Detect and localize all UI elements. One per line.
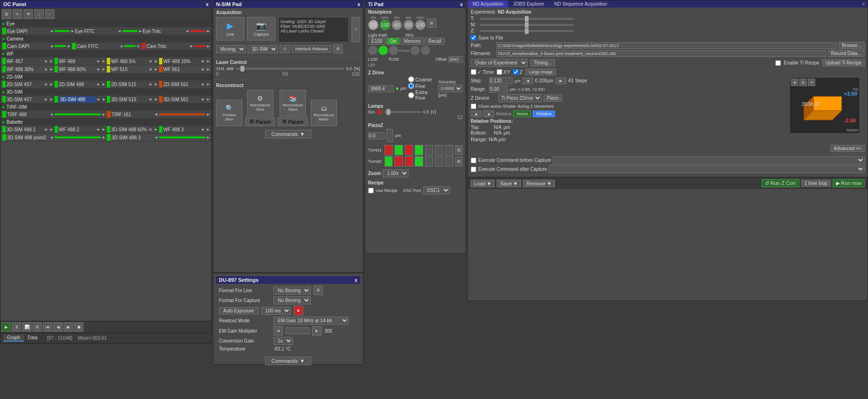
ch-arrow-left2[interactable]: ◄ [117, 29, 121, 33]
extrafine-radio[interactable] [408, 92, 414, 98]
tb-up-btn[interactable]: ↑ [45, 9, 55, 19]
save-to-file-checkbox[interactable] [471, 35, 476, 40]
wf-section-header[interactable]: ■ WF [0, 50, 211, 57]
piezo-btn[interactable]: Piezo [544, 95, 562, 102]
t2-btn5[interactable] [425, 156, 433, 167]
reconstruct-slice-button[interactable]: ⚙ ReconstructSlice [247, 90, 273, 116]
ch-arrow-right[interactable]: ► [71, 29, 75, 33]
oc-panel-close[interactable]: x [206, 2, 209, 7]
one-time-button[interactable]: 1 time loop [801, 180, 831, 187]
interlock-btn[interactable]: Interlock Release [292, 45, 331, 53]
stop-btn[interactable]: ⏹ [74, 322, 83, 332]
exec-before-checkbox[interactable] [471, 158, 476, 163]
z-checkbox[interactable] [513, 69, 519, 75]
eye-section-header[interactable]: ■ Eye [0, 20, 211, 27]
settings-btn[interactable]: ⚙ [32, 322, 42, 332]
t1-extra[interactable]: ⊞ [455, 145, 463, 155]
fine-radio[interactable] [408, 83, 414, 89]
exposure-reset-btn[interactable]: ■ [294, 306, 303, 315]
browse-button[interactable]: Browse... [838, 42, 865, 49]
du897-commands-button[interactable]: Commands ▼ [265, 357, 311, 365]
nsim-close[interactable]: x [357, 2, 360, 7]
timing-button[interactable]: Timing... [530, 59, 555, 66]
nose-extra-btn[interactable]: ⊞ [427, 18, 436, 28]
commands-button[interactable]: Commands ▼ [265, 130, 311, 138]
step-minus[interactable]: ◄ [522, 78, 533, 84]
step-plus[interactable]: ► [555, 78, 566, 84]
cube-tb3[interactable]: ↺ [808, 79, 815, 86]
t1-btn2[interactable] [394, 145, 402, 155]
lp-e100-btn[interactable]: E100 [368, 38, 386, 45]
t1-btn4[interactable] [415, 145, 423, 155]
record-data-button[interactable]: Record Data... [828, 50, 865, 57]
conv-gain-select[interactable]: 1x [273, 337, 293, 345]
sim3d-header[interactable]: ■ 3D-SIM [0, 88, 211, 96]
t2-btn4[interactable] [415, 156, 423, 167]
laser-slider[interactable] [235, 68, 344, 70]
zdevice-select[interactable]: Ti Piezo ZDrive [498, 94, 542, 102]
t2-extra[interactable]: ⊞ [455, 157, 463, 166]
top-arrow-btn[interactable]: ▲ [471, 111, 482, 117]
sim-mode-select[interactable]: 3D-SIM [248, 45, 278, 53]
chart-btn[interactable]: 📊 [22, 322, 32, 332]
auto-exposure-button[interactable]: Auto Exposure [219, 307, 258, 314]
camera-section-header[interactable]: ■ Camera [0, 35, 211, 42]
dsc-select[interactable]: DSC1 [423, 186, 450, 194]
z-slider[interactable] [480, 30, 574, 32]
reconstruct-batch-button[interactable]: 🗂 ReconstructBatch [311, 100, 337, 126]
nd-close[interactable]: x [860, 0, 868, 8]
nd-tab-jobs[interactable]: JOBS Explorer [508, 0, 549, 8]
capture-button[interactable]: 📷 Capture [247, 17, 275, 40]
t2-btn2[interactable] [394, 156, 402, 167]
t-slider[interactable] [480, 18, 574, 20]
exec-before-select[interactable] [553, 156, 865, 164]
close-shutter-checkbox[interactable] [471, 104, 476, 109]
offset-input[interactable] [449, 56, 463, 63]
accuracy-select[interactable]: 0.0000 [438, 85, 463, 92]
t2-btn7[interactable] [445, 156, 453, 167]
readout-select[interactable]: EM Gain 10 MHz at 14-bit [273, 317, 349, 325]
babette-header[interactable]: ■ Babette [0, 119, 211, 126]
cube-tb2[interactable]: ⊟ [799, 79, 807, 86]
fwd-btn[interactable]: ▶ [64, 322, 73, 332]
exec-after-select[interactable] [549, 165, 865, 173]
live-button[interactable]: ▶ Live [216, 17, 244, 40]
tb-grid-btn[interactable]: ⊞ [2, 9, 11, 19]
run-now-button[interactable]: ▶ Run now [833, 179, 865, 187]
ch-arrow-right2[interactable]: ► [138, 29, 143, 33]
t1-btn7[interactable] [445, 145, 453, 155]
back-btn[interactable]: ◀ [53, 322, 63, 332]
tb-down-btn[interactable]: ↓ [34, 9, 44, 19]
format-live-select[interactable]: No Binning [273, 287, 311, 295]
recon-slice-param[interactable]: ⚙ Param [245, 117, 275, 126]
tirf-header[interactable]: ■ TIRF-SIM [0, 104, 211, 111]
graph-tab[interactable]: Graph [3, 335, 24, 342]
nd-tab-sequence[interactable]: ND Sequence Acquisition [549, 0, 612, 8]
use-recipe-checkbox[interactable] [368, 188, 374, 193]
t1-btn5[interactable] [425, 145, 433, 155]
preview-slice-button[interactable]: 🔍 PreviewSlice [216, 100, 242, 126]
reconstruct-stack-button[interactable]: 📚 ReconstructStack [280, 90, 306, 116]
sim2d-header[interactable]: ■ 2D-SIM [0, 73, 211, 80]
time-checkbox[interactable] [471, 69, 476, 75]
lp-recall-btn[interactable]: Recall [425, 38, 445, 45]
format-capture-select[interactable]: No Binning [273, 296, 311, 304]
ch-arrow-right3[interactable]: ► [206, 29, 210, 33]
path-input[interactable] [496, 42, 836, 49]
pause-btn[interactable]: ⏸ [12, 322, 21, 332]
settings-icon[interactable]: ⚙ [333, 44, 343, 54]
nose-40x-btn[interactable]: 40 [392, 20, 402, 30]
nose-60x-btn[interactable]: 60 [403, 20, 414, 30]
t1-btn1[interactable] [385, 145, 393, 155]
filename-input[interactable] [496, 50, 826, 57]
em-plus-btn[interactable]: ► [312, 326, 321, 335]
run-btn[interactable]: ▶ [1, 322, 11, 332]
enable-recipe-checkbox[interactable] [775, 60, 781, 66]
bottom-arrow-btn[interactable]: ▲ [483, 111, 494, 117]
exposure-select[interactable]: 100 ms [261, 307, 291, 315]
step-input[interactable] [489, 77, 513, 84]
ch-arrow-left[interactable]: ◄ [49, 29, 54, 33]
ch-arrow-left3[interactable]: ◄ [185, 29, 189, 33]
nose-100x-2-btn[interactable]: 100 [415, 20, 426, 30]
piezo-input[interactable] [368, 132, 385, 139]
